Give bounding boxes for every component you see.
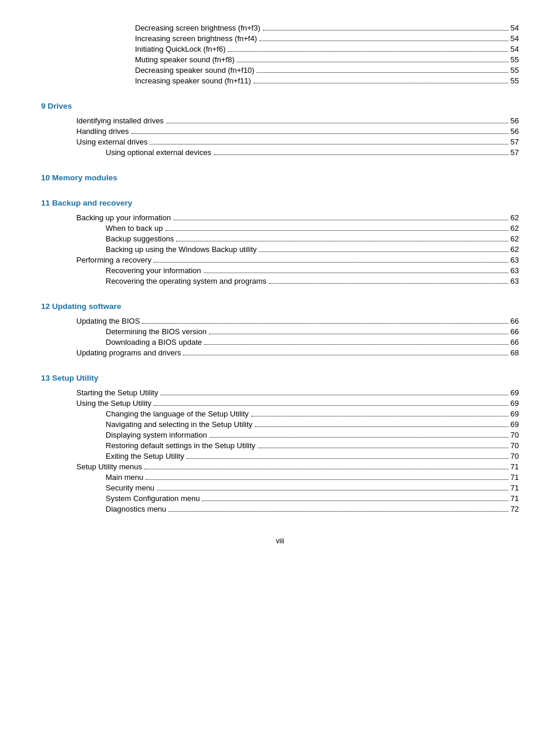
entry-dots (237, 62, 508, 62)
toc-section-memory: 10 Memory modules (41, 173, 519, 182)
entry-page: 71 (511, 462, 519, 471)
toc-entry: Starting the Setup Utility69 (41, 388, 519, 397)
entry-page: 63 (511, 277, 519, 285)
entry-text: Downloading a BIOS update (106, 338, 202, 347)
entry-page: 55 (511, 66, 519, 75)
entry-text: Muting speaker sound (fn+f8) (135, 55, 234, 64)
toc-entry: Main menu71 (41, 473, 519, 482)
entry-text: Using optional external devices (106, 148, 211, 157)
toc-entry: Setup Utility menus71 (41, 462, 519, 471)
toc-entry: Using optional external devices57 (41, 148, 519, 157)
entry-page: 71 (511, 483, 519, 492)
entry-page: 63 (511, 256, 519, 264)
entry-text: Setup Utility menus (76, 462, 142, 471)
entry-text: Identifying installed drives (76, 116, 164, 125)
entry-page: 71 (511, 494, 519, 503)
entry-text: Decreasing speaker sound (fn+f10) (135, 66, 254, 75)
entry-dots (173, 220, 508, 220)
entry-page: 56 (511, 116, 519, 125)
entry-dots (257, 72, 508, 73)
footer-page-number: viii (276, 537, 284, 545)
entry-dots (255, 426, 508, 427)
entry-text: Starting the Setup Utility (76, 388, 158, 397)
entry-page: 62 (511, 245, 519, 254)
section-heading-drives: 9 Drives (41, 102, 519, 110)
entry-text: Performing a recovery (76, 256, 151, 264)
toc-entry: Determining the BIOS version66 (41, 327, 519, 336)
entry-dots (210, 437, 508, 438)
entry-text: Security menu (106, 483, 154, 492)
entry-dots (131, 133, 508, 134)
entry-text: Backing up using the Windows Backup util… (106, 245, 257, 254)
toc-section-setup: 13 Setup UtilityStarting the Setup Utili… (41, 374, 519, 513)
toc-entry: Backup suggestions62 (41, 234, 519, 243)
entry-page: 56 (511, 127, 519, 136)
entry-dots (146, 479, 508, 480)
toc-entry: Handling drives56 (41, 127, 519, 136)
entry-dots (144, 469, 508, 469)
entry-dots (166, 230, 508, 231)
entry-page: 57 (511, 148, 519, 157)
section-heading-memory: 10 Memory modules (41, 173, 519, 182)
toc-entry: Diagnostics menu72 (41, 505, 519, 513)
toc-entry: Downloading a BIOS update66 (41, 338, 519, 347)
entry-dots (154, 262, 508, 263)
entry-page: 63 (511, 266, 519, 275)
entry-text: Updating programs and drivers (76, 348, 181, 357)
entry-dots (187, 458, 508, 459)
entry-page: 66 (511, 327, 519, 336)
entry-page: 66 (511, 338, 519, 347)
entry-page: 57 (511, 137, 519, 146)
entry-page: 62 (511, 213, 519, 222)
entry-page: 70 (511, 431, 519, 439)
toc-entry: Decreasing screen brightness (fn+f3)54 (41, 23, 519, 32)
entry-text: When to back up (106, 224, 163, 233)
entry-dots (263, 30, 508, 31)
entry-page: 71 (511, 473, 519, 482)
entry-dots (204, 273, 508, 273)
entry-dots (204, 344, 508, 345)
entry-dots (258, 448, 508, 448)
entry-page: 54 (511, 34, 519, 43)
entry-text: Diagnostics menu (106, 505, 166, 513)
entry-dots (259, 251, 508, 252)
entry-dots (214, 154, 508, 155)
toc-entry: Muting speaker sound (fn+f8)55 (41, 55, 519, 64)
toc-entry: Updating programs and drivers68 (41, 348, 519, 357)
entry-text: Displaying system information (106, 431, 207, 439)
entry-text: Increasing screen brightness (fn+f4) (135, 34, 257, 43)
entry-dots (157, 490, 508, 490)
toc-entry: Recovering your information63 (41, 266, 519, 275)
entry-dots (168, 511, 508, 512)
toc-entry: Backing up using the Windows Backup util… (41, 245, 519, 254)
entry-page: 70 (511, 452, 519, 461)
entry-dots (176, 241, 508, 241)
entry-text: System Configuration menu (106, 494, 200, 503)
toc-entry: Backing up your information62 (41, 213, 519, 222)
entry-text: Restoring default settings in the Setup … (106, 441, 255, 450)
toc-entry: System Configuration menu71 (41, 494, 519, 503)
entry-dots (183, 355, 508, 355)
entry-page: 69 (511, 409, 519, 418)
entry-dots (166, 123, 508, 123)
entry-text: Changing the language of the Setup Utili… (106, 409, 249, 418)
entry-text: Main menu (106, 473, 143, 482)
toc-section-backup: 11 Backup and recoveryBacking up your in… (41, 199, 519, 285)
section-heading-updating: 12 Updating software (41, 302, 519, 311)
entry-text: Decreasing screen brightness (fn+f3) (135, 23, 261, 32)
entry-text: Increasing speaker sound (fn+f11) (135, 76, 251, 85)
toc-entry: Using the Setup Utility69 (41, 399, 519, 408)
entry-dots (142, 323, 508, 324)
section-heading-setup: 13 Setup Utility (41, 374, 519, 382)
entry-text: Navigating and selecting in the Setup Ut… (106, 420, 252, 429)
toc-container: Decreasing screen brightness (fn+f3)54In… (41, 23, 519, 513)
entry-dots (150, 144, 508, 145)
toc-entry: Changing the language of the Setup Utili… (41, 409, 519, 418)
toc-entry: Security menu71 (41, 483, 519, 492)
entry-page: 54 (511, 45, 519, 53)
toc-section-top-entries: Decreasing screen brightness (fn+f3)54In… (41, 23, 519, 85)
entry-page: 55 (511, 55, 519, 64)
entry-text: Handling drives (76, 127, 129, 136)
page-footer: viii (41, 537, 519, 545)
entry-text: Updating the BIOS (76, 317, 140, 325)
